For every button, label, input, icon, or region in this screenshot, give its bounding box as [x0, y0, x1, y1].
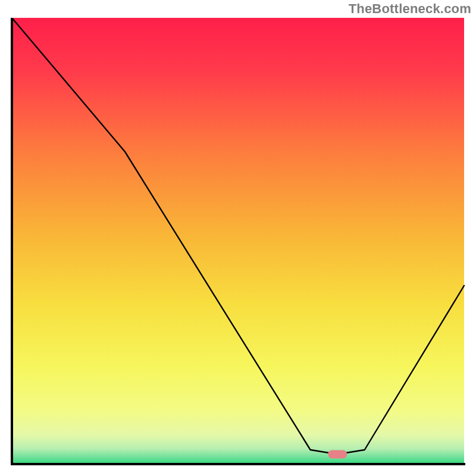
- chart-stage: TheBottleneck.com: [0, 0, 476, 476]
- chart-plot-area: [10, 18, 466, 466]
- watermark-text: TheBottleneck.com: [349, 1, 471, 17]
- optimal-marker: [328, 450, 347, 459]
- chart-svg: [10, 18, 466, 466]
